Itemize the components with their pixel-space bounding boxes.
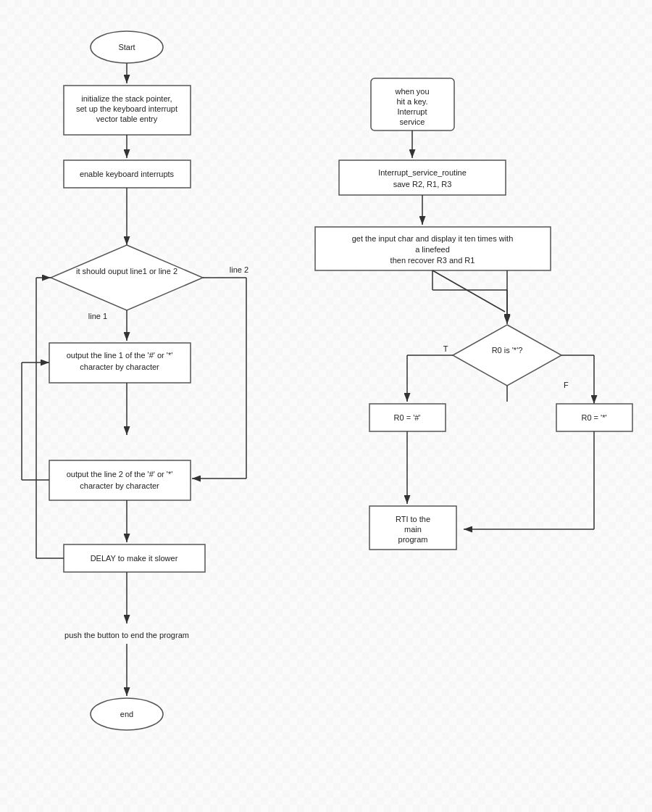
output-line1-label: output the line 1 of the '#' or '*' bbox=[67, 351, 173, 360]
push-button-label: push the button to end the program bbox=[64, 631, 189, 639]
interrupt-trigger-label: when you bbox=[394, 87, 429, 96]
delay-label: DELAY to make it slower bbox=[91, 554, 178, 563]
svg-text:service: service bbox=[400, 117, 425, 126]
r0-hash-label: R0 = '#' bbox=[394, 413, 421, 422]
svg-text:main: main bbox=[404, 525, 422, 534]
start-label: Start bbox=[118, 43, 135, 51]
svg-text:vector table entry: vector table entry bbox=[96, 115, 158, 123]
f-label: F bbox=[564, 381, 569, 389]
init-label: initialize the stack pointer, bbox=[81, 94, 172, 103]
svg-text:save R2, R1, R3: save R2, R1, R3 bbox=[393, 180, 452, 188]
rti-label: RTI to the bbox=[396, 515, 430, 523]
decision-r0-label: R0 is '*'? bbox=[492, 346, 523, 355]
line2-text-label: line 2 bbox=[230, 265, 248, 274]
svg-text:Interrupt: Interrupt bbox=[398, 107, 427, 116]
r0-star-label: R0 = '*' bbox=[581, 413, 606, 422]
isr-label: Interrupt_service_routine bbox=[378, 168, 467, 177]
svg-text:then recover R3 and R1: then recover R3 and R1 bbox=[390, 256, 475, 265]
flowchart-container: Start initialize the stack pointer, set … bbox=[0, 0, 652, 812]
decision-line-label: it should ouput line1 or line 2 bbox=[76, 267, 177, 276]
svg-text:hit a key.: hit a key. bbox=[396, 97, 427, 106]
end-label: end bbox=[120, 710, 133, 718]
line1-label: line 1 bbox=[88, 312, 107, 320]
output-line2-node bbox=[49, 460, 191, 500]
get-input-label: get the input char and display it ten ti… bbox=[352, 234, 514, 243]
svg-text:set up the keyboard interrupt: set up the keyboard interrupt bbox=[76, 104, 177, 113]
t-label: T bbox=[443, 344, 448, 353]
enable-kb-label: enable keyboard interrupts bbox=[80, 170, 175, 178]
svg-text:character by character: character by character bbox=[80, 481, 159, 490]
svg-text:a linefeed: a linefeed bbox=[415, 245, 450, 254]
svg-text:character by character: character by character bbox=[80, 362, 159, 371]
output-line2-label: output the line 2 of the '#' or '*' bbox=[67, 470, 173, 478]
svg-text:program: program bbox=[398, 535, 428, 544]
isr-node bbox=[339, 160, 506, 195]
